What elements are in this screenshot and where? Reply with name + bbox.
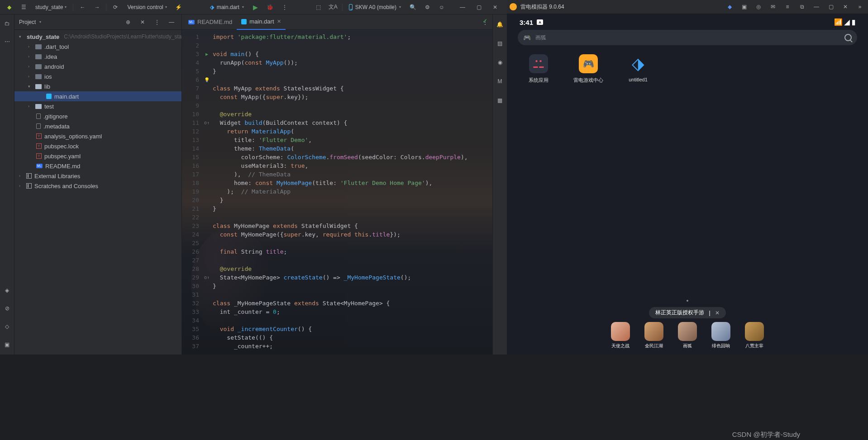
sidebar-title[interactable]: Project — [19, 19, 36, 25]
android-studio-icon[interactable]: ◆ — [4, 2, 14, 13]
tree-file-analysis-options[interactable]: Yanalysis_options.yaml — [14, 131, 181, 141]
window-minimize-icon[interactable]: — — [454, 2, 471, 13]
close-tab-icon[interactable]: ✕ — [277, 19, 281, 24]
search-icon[interactable]: 🔍 — [407, 2, 418, 13]
gradle-icon[interactable]: ◉ — [495, 57, 506, 68]
structure-tool-icon[interactable]: ⋯ — [2, 36, 13, 47]
window-close-icon[interactable]: ✕ — [487, 2, 503, 13]
app-play-center[interactable]: 🎮 雷电游戏中心 — [575, 54, 602, 84]
flutter-inspector-icon[interactable]: M — [495, 76, 506, 87]
pill-close-icon[interactable]: ✕ — [715, 310, 720, 316]
tree-folder-test[interactable]: ›test — [14, 101, 181, 111]
hide-sidebar-icon[interactable]: — — [166, 17, 177, 28]
tree-file-pubspec-yaml[interactable]: Ypubspec.yaml — [14, 151, 181, 161]
flash-icon[interactable]: ⚡ — [173, 2, 184, 13]
tab-main-dart[interactable]: main.dart✕ — [237, 14, 285, 30]
more-actions-icon[interactable]: ⋮ — [279, 2, 290, 13]
app-system[interactable]: ● ●▬ ▬ 系统应用 — [525, 54, 552, 84]
tree-folder-ios[interactable]: ›ios — [14, 71, 181, 81]
project-dropdown[interactable]: study_state▾ — [33, 4, 69, 10]
layout-explorer-icon[interactable]: ▦ — [495, 95, 506, 106]
device-selector[interactable]: SKW A0 (mobile)▾ — [346, 3, 404, 11]
override-mark-icon[interactable]: o↑ — [204, 273, 210, 282]
project-path: C:\Android\StudioProjects\LearnFlutter\s… — [64, 33, 181, 40]
run-button[interactable]: ▶ — [250, 2, 261, 13]
vcs-dropdown[interactable]: Version control▾ — [124, 4, 169, 10]
emu-maximize-icon[interactable]: ▢ — [825, 1, 836, 12]
run-config-dropdown[interactable]: ⬗main.dart▾ — [207, 3, 247, 11]
run-gutter-icon[interactable]: ▶ — [204, 50, 210, 58]
emulator-search-bar[interactable]: 🎮 画狐 — [518, 30, 857, 45]
app-untitled1[interactable]: ⬗ untitled1 — [625, 54, 652, 84]
phone-icon — [349, 4, 353, 10]
gem-tool-icon[interactable]: ◈ — [2, 285, 13, 296]
emu-close-icon[interactable]: ✕ — [840, 1, 851, 12]
terminal-tool-icon[interactable]: ▣ — [2, 339, 13, 350]
problems-tool-icon[interactable]: ⊘ — [2, 303, 13, 314]
analysis-ok-icon[interactable]: ✓ — [482, 17, 488, 24]
tree-folder-android[interactable]: ›android — [14, 62, 181, 71]
dock-app-3[interactable]: 画狐 — [678, 322, 697, 349]
search-magnifier-icon[interactable] — [844, 34, 852, 41]
emulator-logo-icon — [510, 3, 517, 10]
emulator-screen[interactable]: 3:41 A 📶 ◢ ▮ 🎮 画狐 ● ●▬ ▬ 系统应用 🎮 雷电游戏中心 ⬗… — [507, 14, 868, 355]
gamepad-icon: 🎮 — [523, 34, 531, 41]
notifications-icon[interactable]: 🔔 — [495, 19, 506, 30]
dock-app-2[interactable]: 全民江湖 — [644, 322, 663, 349]
emulator-window: 雷电模拟器 9.0.64 ◆ ▣ ◎ ✉ ≡ ⧉ — ▢ ✕ » 3:41 A … — [507, 0, 868, 355]
project-tool-icon[interactable]: 🗀 — [2, 18, 13, 29]
inspector-icon[interactable]: ⬚ — [313, 2, 324, 13]
device-manager-icon[interactable]: ▤ — [495, 38, 506, 49]
main-menu-icon[interactable]: ☰ — [18, 2, 29, 13]
tree-file-metadata[interactable]: .metadata — [14, 121, 181, 131]
lightbulb-icon[interactable]: 💡 — [204, 76, 210, 84]
tree-file-main-dart[interactable]: main.dart — [14, 91, 181, 101]
code-content[interactable]: import 'package:flutter/material.dart'; … — [210, 30, 468, 355]
window-maximize-icon[interactable]: ▢ — [471, 2, 487, 13]
dock-app-1[interactable]: 天使之战 — [611, 322, 630, 349]
collapse-all-icon[interactable]: ✕ — [137, 17, 148, 28]
promo-pill[interactable]: 林正英正版授权手游|✕ — [649, 307, 725, 318]
line-number-gutter: 1234567891011121314151617181920212223242… — [182, 30, 204, 355]
account-icon[interactable]: ☺ — [436, 2, 447, 13]
vcs-refresh-icon[interactable]: ⟳ — [110, 2, 121, 13]
tree-file-pubspec-lock[interactable]: Ypubspec.lock — [14, 141, 181, 151]
settings-icon[interactable]: ⚙ — [422, 2, 433, 13]
tree-folder-idea[interactable]: ›.idea — [14, 52, 181, 62]
yaml-file-icon: Y — [36, 133, 42, 139]
diamond-tool-icon[interactable]: ◇ — [2, 321, 13, 332]
nav-forward-icon[interactable]: → — [91, 2, 102, 13]
emu-minimize-icon[interactable]: — — [811, 1, 822, 12]
emu-location-icon[interactable]: ◎ — [753, 1, 764, 12]
folder-icon — [35, 44, 42, 49]
dock-app-5[interactable]: 八荒主宰 — [745, 322, 764, 349]
emu-screenshot-icon[interactable]: ▣ — [739, 1, 749, 12]
tree-folder-lib[interactable]: ▾lib — [14, 81, 181, 91]
emulator-bottom-area: 林正英正版授权手游|✕ 天使之战 全民江湖 画狐 绯色回响 八荒主宰 — [507, 295, 868, 355]
project-tree[interactable]: ▾study_stateC:\Android\StudioProjects\Le… — [14, 30, 181, 355]
emu-menu-icon[interactable]: ≡ — [782, 1, 793, 12]
code-editor[interactable]: 1234567891011121314151617181920212223242… — [182, 30, 492, 355]
sidebar-settings-icon[interactable]: ⋮ — [152, 17, 162, 28]
tab-readme[interactable]: M↓README.md — [184, 14, 237, 30]
nav-back-icon[interactable]: ← — [77, 2, 88, 13]
debug-button[interactable]: 🐞 — [265, 2, 276, 13]
tree-root[interactable]: ▾study_stateC:\Android\StudioProjects\Le… — [14, 32, 181, 42]
dock-app-4[interactable]: 绯色回响 — [711, 322, 730, 349]
emu-multi-icon[interactable]: ⧉ — [796, 1, 807, 12]
tree-file-readme[interactable]: M↓README.md — [14, 161, 181, 171]
override-mark-icon[interactable]: o↑ — [204, 118, 210, 127]
locate-icon[interactable]: ⊕ — [123, 17, 134, 28]
editor-tabs: M↓README.md main.dart✕ ⋮ — [182, 14, 492, 30]
emu-expand-icon[interactable]: » — [854, 1, 865, 12]
tree-external-libraries[interactable]: ›External Libraries — [14, 171, 181, 181]
tree-scratches[interactable]: ›Scratches and Consoles — [14, 181, 181, 191]
translate-icon[interactable]: 文A — [328, 2, 339, 13]
emu-tool1-icon[interactable]: ◆ — [724, 1, 735, 12]
editor-area: M↓README.md main.dart✕ ⋮ ✓ 1234567891011… — [182, 14, 492, 355]
tree-file-gitignore[interactable]: .gitignore — [14, 111, 181, 121]
titlebar: ◆ ☰ study_state▾ ← → ⟳ Version control▾ … — [0, 0, 507, 14]
emu-mail-icon[interactable]: ✉ — [768, 1, 778, 12]
tree-folder-dart-tool[interactable]: ›.dart_tool — [14, 42, 181, 52]
signal-icon: ◢ — [844, 18, 850, 26]
